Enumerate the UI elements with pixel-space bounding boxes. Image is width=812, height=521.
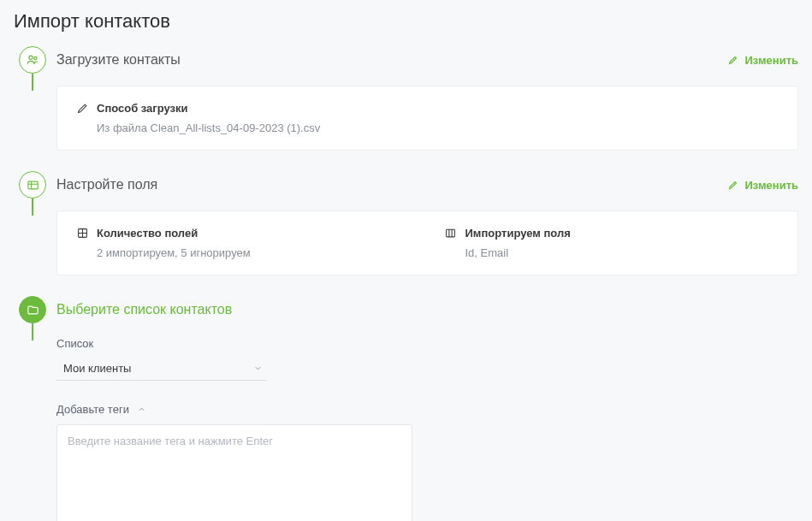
step-fields-title: Настройте поля	[56, 177, 157, 192]
step-upload-title: Загрузите контакты	[56, 52, 181, 68]
svg-point-1	[34, 56, 37, 59]
fields-import-label: Импортируем поля	[465, 227, 571, 240]
tags-box[interactable]	[56, 424, 412, 521]
step-rail	[14, 46, 51, 91]
change-label: Изменить	[744, 54, 798, 67]
fields-count-value: 2 импортируем, 5 игнорируем	[76, 246, 411, 259]
fields-summary-card: Количество полей 2 импортируем, 5 игнори…	[56, 210, 798, 275]
upload-summary-card: Способ загрузки Из файла Clean_All-lists…	[56, 86, 798, 151]
tags-input[interactable]	[68, 435, 401, 447]
grid-icon	[76, 228, 88, 240]
fields-count-label: Количество полей	[97, 227, 198, 240]
change-fields-button[interactable]: Изменить	[727, 179, 798, 192]
step-upload: Загрузите контакты Изменить	[14, 46, 798, 171]
tags-toggle-label: Добавьте теги	[56, 403, 129, 416]
step-connector	[32, 74, 33, 91]
svg-rect-2	[27, 181, 37, 189]
step-fields: Настройте поля Изменить	[14, 171, 798, 296]
folder-icon	[19, 296, 46, 323]
list-select-value: Мои клиенты	[63, 362, 131, 375]
users-icon	[19, 46, 46, 74]
step-list: Выберите список контактов Список Мои кли…	[14, 296, 798, 521]
list-select-label: Список	[56, 337, 798, 350]
upload-method-label: Способ загрузки	[97, 102, 188, 115]
step-list-title: Выберите список контактов	[56, 302, 232, 317]
change-upload-button[interactable]: Изменить	[727, 54, 798, 67]
step-connector	[32, 323, 33, 340]
page-title: Импорт контактов	[14, 10, 798, 33]
step-rail	[14, 296, 51, 340]
edit-icon	[727, 179, 739, 191]
upload-method-value: Из файла Clean_All-lists_04-09-2023 (1).…	[76, 121, 779, 134]
step-rail	[14, 171, 51, 216]
list-select[interactable]: Мои клиенты	[56, 357, 267, 381]
edit-icon	[727, 54, 739, 66]
pencil-icon	[76, 103, 88, 115]
columns-icon	[445, 228, 457, 240]
chevron-down-icon	[252, 363, 264, 375]
form-icon	[19, 171, 46, 198]
chevron-up-icon	[136, 404, 148, 416]
import-steps: Загрузите контакты Изменить	[14, 46, 798, 521]
tags-toggle[interactable]: Добавьте теги	[56, 403, 798, 416]
svg-point-0	[29, 56, 33, 59]
svg-rect-8	[447, 229, 455, 237]
fields-import-value: Id, Email	[445, 246, 779, 259]
step-connector	[32, 198, 33, 216]
change-label: Изменить	[744, 179, 798, 192]
